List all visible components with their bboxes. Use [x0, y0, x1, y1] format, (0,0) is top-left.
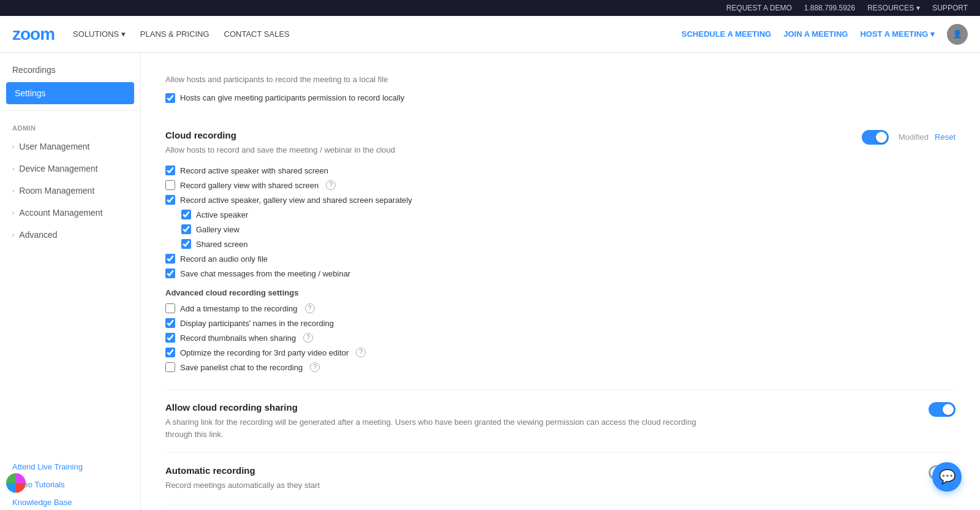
- cb-row-panelist-chat: Save panelist chat to the recording ?: [165, 362, 717, 372]
- top-bar: REQUEST A DEMO 1.888.799.5926 RESOURCES …: [0, 0, 980, 16]
- cb-row-gallery-view: Record gallery view with shared screen ?: [165, 180, 717, 190]
- cb-row-thumbnails: Record thumbnails when sharing ?: [165, 333, 717, 343]
- panelist-info-icon[interactable]: ?: [310, 362, 320, 372]
- cb-active-gallery-shared-label: Record active speaker, gallery view and …: [180, 196, 412, 205]
- cb-active-speaker-sub-label: Active speaker: [196, 210, 248, 219]
- chevron-down-icon: ▾: [916, 4, 920, 12]
- hosts-permission-checkbox[interactable]: [165, 93, 175, 103]
- contact-sales-link[interactable]: CONTACT SALES: [224, 29, 290, 39]
- host-meeting-link[interactable]: HOST A MEETING ▾: [860, 29, 935, 39]
- auto-recording-desc: Record meetings automatically as they st…: [165, 479, 717, 492]
- knowledge-base-link[interactable]: Knowledge Base: [12, 498, 128, 507]
- cb-gallery-view-checkbox[interactable]: [165, 180, 175, 190]
- cb-row-active-speaker: Record active speaker with shared screen: [165, 166, 717, 175]
- auto-recording-title: Automatic recording: [165, 465, 717, 476]
- advanced-cloud-options: Add a timestamp to the recording ? Displ…: [165, 303, 717, 372]
- cb-audio-only-label: Record an audio only file: [180, 254, 268, 264]
- demo-link[interactable]: REQUEST A DEMO: [726, 4, 792, 12]
- allow-sharing-controls: [833, 402, 956, 417]
- sidebar-item-recordings[interactable]: Recordings: [0, 59, 140, 81]
- phone-number: 1.888.799.5926: [804, 4, 855, 12]
- app-icon-circle: [6, 473, 26, 493]
- local-recording-desc: Allow hosts and participants to record t…: [165, 74, 956, 86]
- cb-audio-only-checkbox[interactable]: [165, 254, 175, 264]
- chevron-down-icon: ▾: [930, 29, 935, 39]
- cb-active-gallery-shared-checkbox[interactable]: [165, 195, 175, 205]
- cb-display-names-label: Display participants' names in the recor…: [180, 319, 334, 328]
- cb-gallery-view-sub-checkbox[interactable]: [181, 224, 191, 234]
- sidebar-item-user-management[interactable]: › User Management: [0, 135, 140, 158]
- nav-bar: zoom SOLUTIONS ▾ PLANS & PRICING CONTACT…: [0, 16, 980, 53]
- chevron-right-icon: ›: [12, 232, 14, 238]
- sidebar-item-settings[interactable]: Settings: [6, 82, 134, 104]
- support-link[interactable]: SUPPORT: [932, 4, 968, 12]
- main-content: Allow hosts and participants to record t…: [141, 53, 980, 510]
- attend-training-link[interactable]: Attend Live Training: [12, 462, 128, 471]
- nav-left: zoom SOLUTIONS ▾ PLANS & PRICING CONTACT…: [12, 25, 290, 44]
- chevron-right-icon: ›: [12, 166, 14, 172]
- cb-row-gallery-view-sub: Gallery view: [181, 224, 717, 234]
- reset-link[interactable]: Reset: [935, 132, 956, 142]
- modified-label: Modified: [899, 132, 929, 142]
- cb-save-chat-label: Save chat messages from the meeting / we…: [180, 269, 350, 278]
- solutions-menu[interactable]: SOLUTIONS ▾: [73, 29, 126, 39]
- cb-optimize-checkbox[interactable]: [165, 348, 175, 357]
- cloud-recording-title: Cloud recording: [165, 130, 717, 140]
- allow-sharing-toggle[interactable]: [929, 402, 956, 417]
- cb-display-names-checkbox[interactable]: [165, 318, 175, 328]
- allow-sharing-title: Allow cloud recording sharing: [165, 402, 717, 413]
- hosts-permission-label: Hosts can give meeting participants perm…: [180, 93, 404, 102]
- cb-active-speaker-checkbox[interactable]: [165, 166, 175, 175]
- sidebar: Recordings Settings ADMIN › User Managem…: [0, 53, 141, 510]
- cb-panelist-chat-label: Save panelist chat to the recording: [180, 363, 303, 372]
- gallery-view-info-icon[interactable]: ?: [326, 180, 336, 190]
- user-avatar[interactable]: 👤: [947, 24, 968, 45]
- cb-shared-screen-sub-checkbox[interactable]: [181, 239, 191, 249]
- app-icon[interactable]: [6, 473, 28, 495]
- chevron-down-icon: ▾: [121, 29, 126, 39]
- allow-sharing-section: Allow cloud recording sharing A sharing …: [165, 390, 956, 453]
- cb-active-speaker-sub-checkbox[interactable]: [181, 210, 191, 219]
- cb-optimize-label: Optimize the recording for 3rd party vid…: [180, 348, 349, 357]
- optimize-info-icon[interactable]: ?: [356, 348, 366, 357]
- video-tutorials-link[interactable]: Video Tutorials: [12, 480, 128, 489]
- chevron-right-icon: ›: [12, 143, 14, 150]
- cloud-recording-info: Cloud recording Allow hosts to record an…: [165, 130, 717, 378]
- cloud-recording-section: Cloud recording Allow hosts to record an…: [165, 118, 956, 390]
- cb-row-display-names: Display participants' names in the recor…: [165, 318, 717, 328]
- cb-row-timestamp: Add a timestamp to the recording ?: [165, 303, 717, 313]
- cb-gallery-view-sub-label: Gallery view: [196, 225, 239, 234]
- cb-thumbnails-checkbox[interactable]: [165, 333, 175, 343]
- cb-timestamp-label: Add a timestamp to the recording: [180, 304, 298, 313]
- timestamp-info-icon[interactable]: ?: [305, 303, 315, 313]
- cb-row-optimize: Optimize the recording for 3rd party vid…: [165, 348, 717, 357]
- resources-link[interactable]: RESOURCES ▾: [867, 4, 920, 12]
- chevron-right-icon: ›: [12, 188, 14, 194]
- sidebar-item-room-management[interactable]: › Room Management: [0, 180, 140, 202]
- advanced-cloud-title: Advanced cloud recording settings: [165, 288, 717, 297]
- sidebar-item-advanced[interactable]: › Advanced: [0, 224, 140, 246]
- chevron-right-icon: ›: [12, 210, 14, 216]
- thumbnails-info-icon[interactable]: ?: [303, 333, 313, 343]
- sidebar-item-device-management[interactable]: › Device Management: [0, 158, 140, 180]
- toggle-slider: [929, 402, 956, 417]
- cb-timestamp-checkbox[interactable]: [165, 303, 175, 313]
- cb-save-chat-checkbox[interactable]: [165, 268, 175, 278]
- cb-gallery-view-label: Record gallery view with shared screen: [180, 181, 318, 190]
- zoom-logo[interactable]: zoom: [12, 25, 55, 44]
- schedule-meeting-link[interactable]: SCHEDULE A MEETING: [682, 29, 771, 39]
- toggle-slider: [862, 130, 889, 145]
- cb-shared-screen-sub-label: Shared screen: [196, 240, 248, 249]
- local-recording-section: Allow hosts and participants to record t…: [165, 67, 956, 118]
- auto-recording-section: Automatic recording Record meetings auto…: [165, 453, 956, 504]
- join-meeting-link[interactable]: JOIN A MEETING: [783, 29, 848, 39]
- admin-section-header: ADMIN: [0, 116, 140, 135]
- chat-fab-button[interactable]: 💬: [932, 462, 962, 492]
- cb-row-active-speaker-sub: Active speaker: [181, 210, 717, 219]
- sidebar-divider: [0, 110, 140, 111]
- plans-pricing-link[interactable]: PLANS & PRICING: [140, 29, 209, 39]
- sidebar-item-account-management[interactable]: › Account Management: [0, 202, 140, 224]
- cloud-recording-toggle[interactable]: [862, 130, 889, 145]
- cb-row-audio-only: Record an audio only file: [165, 254, 717, 264]
- cb-panelist-chat-checkbox[interactable]: [165, 362, 175, 372]
